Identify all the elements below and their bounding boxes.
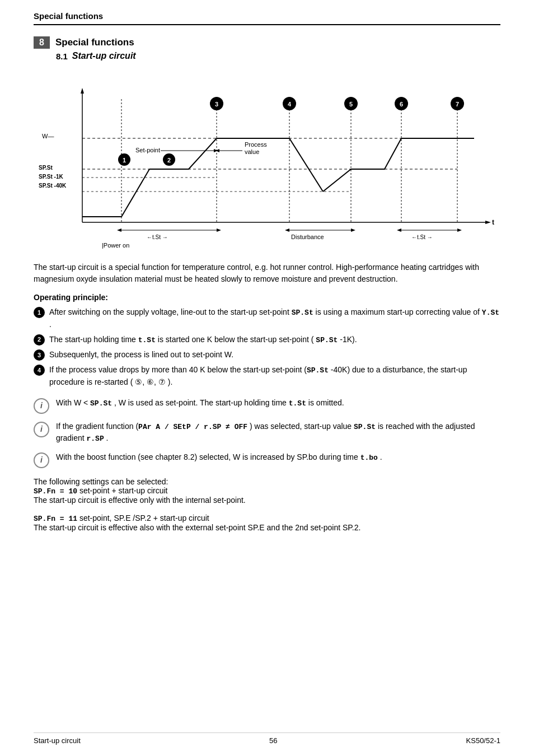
svg-marker-12 <box>81 88 84 94</box>
svg-text:6: 6 <box>400 101 403 108</box>
startup-diagram: W— SP.St SP.St -1K SP.St -40K t <box>38 71 496 250</box>
svg-text:1: 1 <box>123 157 126 164</box>
op-text-2: The start-up holding time t.St is starte… <box>49 334 357 346</box>
footer: Start-up circuit 56 KS50/52-1 <box>34 732 500 745</box>
svg-text:7: 7 <box>456 101 459 108</box>
subsection-heading: 8.1 Start-up circuit <box>56 51 500 61</box>
info-box-1: i With W < SP.St , W is used as set-poin… <box>34 397 500 414</box>
info-icon-2: i <box>34 422 49 437</box>
settings-item2: SP.Fn = 11 set-point, SP.E /SP.2 + start… <box>34 514 500 532</box>
diagram-container: W— SP.St SP.St -1K SP.St -40K t <box>34 71 500 250</box>
svg-text:SP.St: SP.St <box>39 165 53 171</box>
svg-text:SP.St -1K: SP.St -1K <box>39 174 63 180</box>
subsection-title: Start-up circuit <box>72 51 136 61</box>
settings-section: The following settings can be selected: … <box>34 477 500 532</box>
settings-item1: SP.Fn = 10 set-point + start-up circuit … <box>34 486 500 505</box>
svg-text:3: 3 <box>215 101 218 108</box>
svg-text:2: 2 <box>167 157 171 164</box>
op-list: 1 After switching on the supply voltage,… <box>34 306 500 388</box>
subsection-number: 8.1 <box>56 52 68 61</box>
op-num-1: 1 <box>34 307 45 318</box>
svg-text:←t.St →: ←t.St → <box>411 234 433 240</box>
op-text-3: Subsequenlyt, the process is lined out t… <box>49 349 233 361</box>
footer-right: KS50/52-1 <box>466 736 500 745</box>
svg-text:t: t <box>492 218 494 226</box>
footer-left: Start-up circuit <box>34 736 81 745</box>
settings-item2-code: SP.Fn = 11 <box>34 515 77 523</box>
description-text: The start-up circuit is a special functi… <box>34 262 500 285</box>
op-num-2: 2 <box>34 334 45 346</box>
settings-item1-code: SP.Fn = 10 <box>34 487 77 496</box>
footer-center: 56 <box>269 736 277 745</box>
settings-intro: The following settings can be selected: <box>34 477 500 486</box>
section-number-box: 8 <box>34 36 50 49</box>
op-text-1: After switching on the supply voltage, l… <box>49 306 500 330</box>
svg-text:5: 5 <box>349 101 353 108</box>
info-box-2: i If the gradient function (PAr A / SEtP… <box>34 421 500 445</box>
info-icon-3: i <box>34 452 49 468</box>
info-text-3: With the boost function (see chapter 8.2… <box>56 451 500 464</box>
svg-text:SP.St -40K: SP.St -40K <box>39 183 67 189</box>
op-num-4: 4 <box>34 365 45 376</box>
op-list-item-2: 2 The start-up holding time t.St is star… <box>34 334 500 346</box>
svg-marker-48 <box>351 228 355 232</box>
svg-text:|Power on: |Power on <box>102 242 129 249</box>
info-text-2: If the gradient function (PAr A / SEtP /… <box>56 421 500 445</box>
svg-text:4: 4 <box>288 101 292 108</box>
page: Special functions 8 Special functions 8.… <box>0 0 534 756</box>
svg-marker-41 <box>117 228 121 232</box>
op-list-item-4: 4 If the process value drops by more tha… <box>34 364 500 388</box>
svg-text:W—: W— <box>42 133 54 139</box>
settings-item2-detail: The start-up circuit is effective also w… <box>34 523 360 532</box>
svg-marker-51 <box>457 228 462 232</box>
svg-text:Disturbance: Disturbance <box>291 234 324 240</box>
svg-text:←t.St →: ←t.St → <box>147 234 168 240</box>
settings-item1-detail: The start-up circuit is effective only w… <box>34 496 246 505</box>
svg-text:Set-point: Set-point <box>135 147 160 153</box>
svg-marker-47 <box>285 228 289 232</box>
info-box-3: i With the boost function (see chapter 8… <box>34 451 500 468</box>
header-title: Special functions <box>34 11 103 21</box>
header-bar: Special functions <box>34 11 500 25</box>
svg-marker-42 <box>217 228 221 232</box>
op-num-3: 3 <box>34 349 45 361</box>
section-heading: 8 Special functions <box>34 36 500 49</box>
op-list-item-1: 1 After switching on the supply voltage,… <box>34 306 500 330</box>
operating-principle: Operating principle: 1 After switching o… <box>34 293 500 388</box>
section-title: Special functions <box>55 37 134 48</box>
op-text-4: If the process value drops by more than … <box>49 364 500 388</box>
info-text-1: With W < SP.St , W is used as set-point.… <box>56 397 500 409</box>
svg-text:Process: Process <box>245 141 267 148</box>
info-icon-1: i <box>34 398 49 414</box>
op-list-item-3: 3 Subsequenlyt, the process is lined out… <box>34 349 500 361</box>
svg-marker-50 <box>397 228 401 232</box>
svg-marker-9 <box>485 221 491 224</box>
svg-text:value: value <box>245 148 259 155</box>
svg-marker-39 <box>216 149 219 152</box>
op-principle-title: Operating principle: <box>34 293 500 302</box>
